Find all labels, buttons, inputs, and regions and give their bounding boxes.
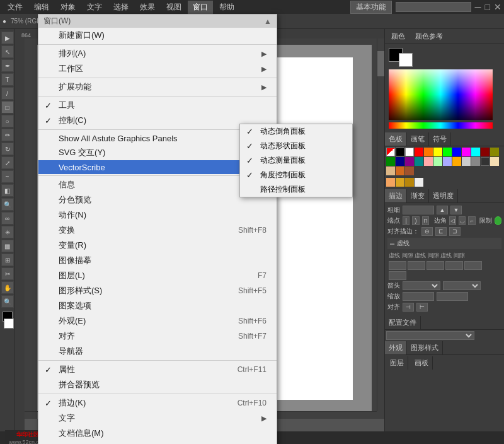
- swatch-green[interactable]: [443, 148, 452, 156]
- menu-select[interactable]: 选择: [108, 1, 134, 14]
- swatch-orange[interactable]: [424, 148, 433, 156]
- swatch-darkred[interactable]: [481, 148, 490, 156]
- stroke-weight-up[interactable]: ▲: [437, 206, 448, 214]
- swatch-sienna[interactable]: [405, 166, 414, 175]
- tool-gradient[interactable]: ◧: [1, 184, 14, 197]
- menu-view[interactable]: 视图: [161, 1, 186, 14]
- tool-blend[interactable]: ∞: [1, 212, 14, 225]
- menu-item-text[interactable]: 文字 ▶: [38, 411, 277, 426]
- swatch-darkgreen[interactable]: [386, 157, 395, 166]
- tab-stroke[interactable]: 描边: [385, 189, 407, 202]
- tool-column-graph[interactable]: ▦: [1, 240, 14, 252]
- align-center[interactable]: ⊖: [421, 227, 433, 236]
- menu-item-image-trace[interactable]: 图像描摹: [38, 253, 277, 268]
- profile-select[interactable]: [386, 331, 474, 340]
- corner-bevel[interactable]: ⌐: [468, 216, 475, 225]
- swatch-tan[interactable]: [386, 166, 395, 175]
- arrow-start[interactable]: [403, 281, 440, 290]
- menu-item-tools[interactable]: ✓ 工具: [38, 98, 277, 113]
- menu-window[interactable]: 窗口: [188, 1, 213, 14]
- tab-color-ref[interactable]: 颜色参考: [413, 30, 445, 42]
- gap2[interactable]: [445, 261, 463, 270]
- arrow-end[interactable]: [443, 281, 481, 290]
- swatch-lightblue[interactable]: [443, 157, 452, 166]
- tool-brush[interactable]: ✏: [1, 129, 14, 141]
- swatch-darkgray[interactable]: [481, 157, 490, 166]
- swatch-red[interactable]: [415, 148, 423, 156]
- menu-file[interactable]: 文件: [3, 1, 28, 14]
- workspace-selector[interactable]: 基本功能: [350, 1, 392, 14]
- corner-miter[interactable]: ◁: [449, 216, 456, 225]
- scale2[interactable]: 100%: [437, 292, 468, 301]
- tool-direct-select[interactable]: ↖: [1, 45, 14, 58]
- swatch-darkgold[interactable]: [405, 178, 414, 187]
- menu-item-graphic-styles[interactable]: 图形样式(S) Shift+F5: [38, 283, 277, 298]
- stroke-weight-down[interactable]: ▼: [450, 206, 462, 214]
- color-spectrum[interactable]: [389, 69, 493, 120]
- menu-item-doc-info[interactable]: 文档信息(M): [38, 426, 277, 441]
- minimize-btn[interactable]: ─: [475, 2, 481, 12]
- scrollbar-thumb-v[interactable]: [377, 51, 384, 76]
- tab-brushes[interactable]: 画笔: [407, 132, 429, 146]
- menu-item-layers[interactable]: 图层(L) F7: [38, 268, 277, 283]
- gap1[interactable]: [408, 261, 425, 270]
- tool-symbol[interactable]: ✳: [1, 226, 14, 238]
- menu-item-appearance[interactable]: 外观(E) Shift+F6: [38, 313, 277, 329]
- menu-edit[interactable]: 编辑: [29, 1, 54, 14]
- vertical-scrollbar[interactable]: [377, 38, 384, 411]
- tab-transparency[interactable]: 透明度: [429, 189, 458, 202]
- tool-warp[interactable]: ~: [1, 170, 14, 183]
- tool-rect[interactable]: □: [1, 101, 14, 114]
- swatch-nearwhite[interactable]: [415, 178, 423, 187]
- swatch-yellow[interactable]: [433, 148, 442, 156]
- submenu-item-corner-panel[interactable]: ✓ 动态倒角面板: [240, 124, 352, 139]
- swatch-navy[interactable]: [396, 157, 404, 166]
- tool-type[interactable]: T: [1, 73, 14, 86]
- menu-item-extensions[interactable]: 扩展功能 ▶: [38, 79, 277, 95]
- tool-eyedropper[interactable]: 🔍: [1, 198, 14, 211]
- swatch-cyan[interactable]: [471, 148, 480, 156]
- swatch-none[interactable]: [386, 148, 395, 156]
- tab-graphic-styles[interactable]: 图形样式: [407, 341, 443, 354]
- swatch-purple[interactable]: [405, 157, 414, 166]
- tool-artboard[interactable]: ⊞: [1, 254, 14, 266]
- align-outside[interactable]: ⊐: [449, 227, 461, 236]
- submenu-item-path-panel[interactable]: 路径控制面板: [240, 182, 352, 197]
- corner-round[interactable]: ◡: [459, 216, 466, 225]
- tab-appearance[interactable]: 外观: [385, 341, 407, 354]
- swatch-goldenrod[interactable]: [396, 178, 404, 187]
- menu-item-align[interactable]: 对齐 Shift+F7: [38, 329, 277, 344]
- menu-item-sort[interactable]: 排列(A) ▶: [38, 46, 277, 61]
- menu-item-transform[interactable]: 变换 Shift+F8: [38, 223, 277, 238]
- menu-help[interactable]: 帮助: [214, 1, 239, 14]
- cap-square[interactable]: ⊓: [422, 216, 429, 225]
- swatch-black[interactable]: [396, 148, 404, 156]
- menu-item-gradient[interactable]: 渐变 Ctrl+F9: [38, 441, 277, 444]
- swatch-gray[interactable]: [471, 157, 480, 166]
- dash3[interactable]: [464, 261, 482, 270]
- swatch-lightgreen[interactable]: [433, 157, 442, 166]
- menu-type[interactable]: 文字: [82, 1, 107, 14]
- tab-profile[interactable]: 配置文件: [385, 316, 421, 329]
- swatch-olive[interactable]: [490, 148, 499, 156]
- stroke-weight-input[interactable]: [403, 206, 434, 214]
- tool-hand[interactable]: ✋: [1, 281, 14, 294]
- tab-swatches[interactable]: 色板: [385, 132, 407, 146]
- tool-scale[interactable]: ⤢: [1, 156, 14, 169]
- swatch-chocolate[interactable]: [396, 166, 404, 175]
- cap-butt[interactable]: |: [403, 216, 410, 225]
- scale1[interactable]: 100%: [403, 292, 434, 301]
- menu-object[interactable]: 对象: [55, 1, 81, 14]
- hue-slider[interactable]: [389, 122, 493, 129]
- tool-zoom[interactable]: 🔍: [1, 295, 14, 308]
- menu-item-pattern[interactable]: 图案选项: [38, 298, 277, 313]
- dash1[interactable]: [389, 261, 406, 270]
- swatch-gold[interactable]: [452, 157, 461, 166]
- menu-item-attributes[interactable]: ✓ 属性 Ctrl+F11: [38, 362, 277, 377]
- dashes-section[interactable]: ═ 虚线: [387, 238, 501, 249]
- submenu-item-angle-panel[interactable]: ✓ 角度控制面板: [240, 168, 352, 182]
- menu-item-new-window[interactable]: 新建窗口(W): [38, 28, 277, 43]
- search-input[interactable]: [396, 2, 471, 12]
- submenu-item-measure-panel[interactable]: ✓ 动态测量面板: [240, 153, 352, 168]
- tab-layer[interactable]: 图层: [386, 356, 408, 370]
